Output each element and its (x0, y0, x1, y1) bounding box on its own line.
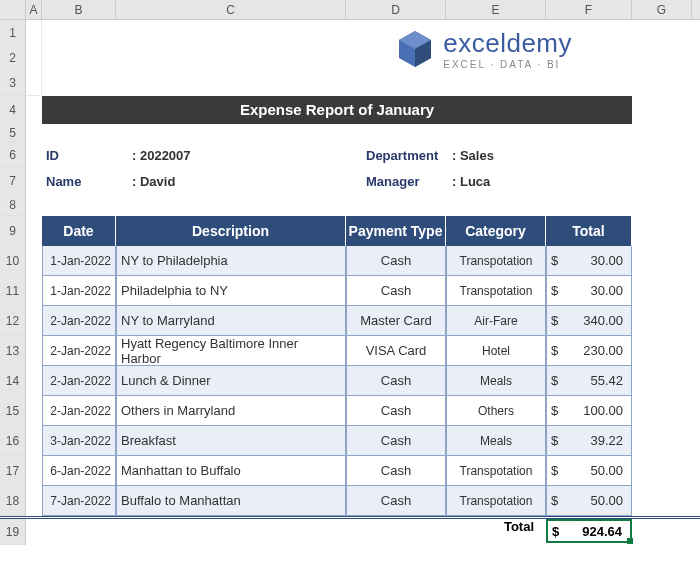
cell-cat[interactable]: Air-Fare (446, 306, 546, 336)
cell-amount[interactable]: $30.00 (546, 246, 632, 276)
meta-mgr-value[interactable]: Luca (452, 174, 552, 189)
cell-desc[interactable]: Others in Marryland (116, 396, 346, 426)
cell-desc[interactable]: Philadelphia to NY (116, 276, 346, 306)
meta-id-label[interactable]: ID (42, 148, 132, 163)
fill-handle[interactable] (627, 538, 633, 544)
cell-ptype[interactable]: Cash (346, 426, 446, 456)
brand-tagline: EXCEL · DATA · BI (443, 59, 572, 70)
cell-desc[interactable]: NY to Philadelphia (116, 246, 346, 276)
cell-ptype[interactable]: Cash (346, 276, 446, 306)
row-12[interactable]: 12 (0, 306, 26, 336)
col-B[interactable]: B (42, 0, 116, 19)
total-value[interactable]: $924.64 (546, 519, 632, 543)
col-G[interactable]: G (632, 0, 692, 19)
row-18[interactable]: 18 (0, 486, 26, 516)
cell-ptype[interactable]: VISA Card (346, 336, 446, 366)
row-19[interactable]: 19 (0, 519, 26, 545)
cell-date[interactable]: 6-Jan-2022 (42, 456, 116, 486)
cell-date[interactable]: 1-Jan-2022 (42, 246, 116, 276)
cell-cat[interactable]: Hotel (446, 336, 546, 366)
col-C[interactable]: C (116, 0, 346, 19)
row-8[interactable]: 8 (0, 194, 26, 216)
cell-ptype[interactable]: Cash (346, 456, 446, 486)
th-date[interactable]: Date (42, 216, 116, 246)
table-row: 111-Jan-2022Philadelphia to NYCashTransp… (0, 276, 700, 306)
table-body: 101-Jan-2022NY to PhiladelphiaCashTransp… (0, 246, 700, 516)
row-10[interactable]: 10 (0, 246, 26, 276)
row-1[interactable]: 1 (9, 26, 16, 40)
row-11[interactable]: 11 (0, 276, 26, 306)
cell-date[interactable]: 1-Jan-2022 (42, 276, 116, 306)
cell-amount[interactable]: $39.22 (546, 426, 632, 456)
cell-ptype[interactable]: Cash (346, 366, 446, 396)
cell-date[interactable]: 2-Jan-2022 (42, 396, 116, 426)
cell-desc[interactable]: NY to Marryland (116, 306, 346, 336)
col-F[interactable]: F (546, 0, 632, 19)
row-3[interactable]: 3 (9, 76, 16, 90)
meta-dept-value[interactable]: Sales (452, 148, 552, 163)
row-6[interactable]: 6 (0, 142, 26, 168)
cell-desc[interactable]: Buffalo to Manhattan (116, 486, 346, 516)
row-5[interactable]: 5 (0, 124, 26, 142)
cell-date[interactable]: 7-Jan-2022 (42, 486, 116, 516)
row-14[interactable]: 14 (0, 366, 26, 396)
row-2[interactable]: 2 (9, 51, 16, 65)
column-headers: A B C D E F G (0, 0, 700, 20)
cell-amount[interactable]: $230.00 (546, 336, 632, 366)
cell-amount[interactable]: $100.00 (546, 396, 632, 426)
row-13[interactable]: 13 (0, 336, 26, 366)
row-15[interactable]: 15 (0, 396, 26, 426)
select-all-corner[interactable] (0, 0, 26, 19)
cell-desc[interactable]: Manhattan to Buffalo (116, 456, 346, 486)
sheet-body: 1 2 3 exceldemy EXCEL · DATA · BI 4 Expe… (0, 20, 700, 542)
cell-ptype[interactable]: Master Card (346, 306, 446, 336)
row-9[interactable]: 9 (0, 216, 26, 246)
table-row: 152-Jan-2022Others in MarrylandCashOther… (0, 396, 700, 426)
table-row: 142-Jan-2022Lunch & DinnerCashMeals$55.4… (0, 366, 700, 396)
cell-amount[interactable]: $30.00 (546, 276, 632, 306)
cell-date[interactable]: 2-Jan-2022 (42, 366, 116, 396)
cell-cat[interactable]: Meals (446, 426, 546, 456)
brand-name: exceldemy (443, 28, 572, 59)
cell-ptype[interactable]: Cash (346, 486, 446, 516)
cell-date[interactable]: 2-Jan-2022 (42, 336, 116, 366)
cell-cat[interactable]: Meals (446, 366, 546, 396)
cell-ptype[interactable]: Cash (346, 246, 446, 276)
meta-name-label[interactable]: Name (42, 174, 132, 189)
total-label[interactable]: Total (446, 519, 546, 542)
cell-amount[interactable]: $340.00 (546, 306, 632, 336)
cell-desc[interactable]: Breakfast (116, 426, 346, 456)
row-17[interactable]: 17 (0, 456, 26, 486)
report-title[interactable]: Expense Report of January (42, 96, 632, 124)
cell-cat[interactable]: Transpotation (446, 246, 546, 276)
cell-amount[interactable]: $50.00 (546, 486, 632, 516)
th-cat[interactable]: Category (446, 216, 546, 246)
cell-date[interactable]: 2-Jan-2022 (42, 306, 116, 336)
cell-cat[interactable]: Transpotation (446, 276, 546, 306)
cell-ptype[interactable]: Cash (346, 396, 446, 426)
meta-mgr-label[interactable]: Manager (362, 174, 452, 189)
meta-dept-label[interactable]: Department (362, 148, 452, 163)
cell-amount[interactable]: $55.42 (546, 366, 632, 396)
col-D[interactable]: D (346, 0, 446, 19)
col-E[interactable]: E (446, 0, 546, 19)
meta-name-value[interactable]: David (132, 174, 362, 189)
cell-desc[interactable]: Hyatt Regency Baltimore Inner Harbor (116, 336, 346, 366)
meta-id-value[interactable]: 2022007 (132, 148, 362, 163)
col-A[interactable]: A (26, 0, 42, 19)
table-row: 187-Jan-2022Buffalo to ManhattanCashTran… (0, 486, 700, 516)
th-total[interactable]: Total (546, 216, 632, 246)
table-row: 101-Jan-2022NY to PhiladelphiaCashTransp… (0, 246, 700, 276)
th-desc[interactable]: Description (116, 216, 346, 246)
cell-amount[interactable]: $50.00 (546, 456, 632, 486)
row-7[interactable]: 7 (0, 168, 26, 194)
cell-cat[interactable]: Transpotation (446, 456, 546, 486)
cell-date[interactable]: 3-Jan-2022 (42, 426, 116, 456)
row-4[interactable]: 4 (0, 96, 26, 124)
cell-desc[interactable]: Lunch & Dinner (116, 366, 346, 396)
cell-cat[interactable]: Transpotation (446, 486, 546, 516)
row-16[interactable]: 16 (0, 426, 26, 456)
th-ptype[interactable]: Payment Type (346, 216, 446, 246)
cell-cat[interactable]: Others (446, 396, 546, 426)
brand-logo: exceldemy EXCEL · DATA · BI (395, 28, 572, 70)
